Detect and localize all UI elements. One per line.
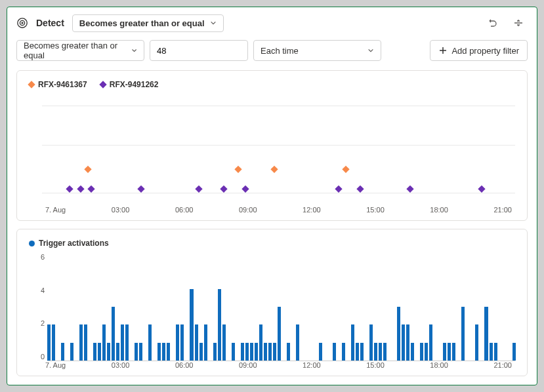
add-property-filter-button[interactable]: Add property filter [430,40,528,61]
bar [360,343,364,361]
bar [319,343,322,361]
bar [98,343,101,361]
bar [369,324,373,361]
x-tick: 7. Aug [45,206,66,214]
panel-title: Detect [36,18,64,28]
x-tick: 09:00 [239,361,257,369]
undo-button[interactable] [483,14,501,32]
bar [475,324,478,361]
x-tick: 7. Aug [45,361,66,369]
scatter-plot [42,94,515,206]
bar [61,343,64,361]
bar [167,343,170,361]
bar [250,343,253,361]
bar [429,324,432,361]
bar [125,324,129,361]
bar [107,343,110,361]
bar [112,307,115,361]
frequency-select[interactable]: Each time [253,40,381,61]
bar [190,289,193,361]
x-tick: 12:00 [303,361,321,369]
bar [162,343,165,361]
bar [245,343,249,361]
bar [52,324,55,361]
bar [383,343,387,361]
bar [121,324,124,361]
bar [116,343,119,361]
header-condition-label: Becomes greater than or equal [79,18,205,28]
bar [411,343,414,361]
bar [218,289,221,361]
bar [333,343,336,361]
bar [47,324,51,361]
bar [420,343,423,361]
chevron-down-icon [210,20,217,26]
x-tick: 21:00 [493,206,512,214]
bar [448,343,451,361]
y-tick: 4 [31,286,45,294]
bar [296,324,299,361]
x-tick: 15:00 [366,206,385,214]
condition-select[interactable]: Becomes greater than or equal [16,40,144,61]
bar [79,324,83,361]
data-point [138,186,145,193]
condition-value: Becomes greater than or equal [24,41,131,60]
bar [484,307,488,361]
bars-x-axis: 7. Aug03:0006:0009:0012:0015:0018:0021:0… [42,361,515,369]
data-point [406,186,413,193]
add-button-label: Add property filter [451,46,519,56]
diamond-icon [99,81,106,88]
bars-legend: Trigger activations [29,239,515,248]
legend-item: RFX-9491262 [100,80,159,89]
data-point [335,186,342,193]
frequency-value: Each time [261,46,299,56]
threshold-input-wrap [150,40,248,61]
header: Detect Becomes greater than or equal [16,14,528,32]
x-tick: 21:00 [493,361,512,369]
chevron-down-icon [131,47,137,54]
svg-point-2 [22,22,23,24]
bar [102,324,106,361]
bar [259,324,262,361]
data-point [87,186,94,193]
data-point [234,165,241,172]
x-tick: 03:00 [112,206,130,214]
split-button[interactable] [509,14,528,32]
data-point [220,186,227,193]
x-tick: 18:00 [430,206,448,214]
data-point [66,186,73,193]
bar [342,343,345,361]
bar [222,324,226,361]
header-condition-select[interactable]: Becomes greater than or equal [72,14,224,32]
y-tick: 0 [31,353,45,361]
data-point [270,165,278,172]
data-point [84,165,91,172]
x-tick: 03:00 [112,361,130,369]
y-tick: 2 [31,319,45,327]
bar [452,343,455,361]
x-tick: 12:00 [303,206,321,214]
bar [255,343,258,361]
bar [213,343,217,361]
bar [93,343,96,361]
legend-item: Trigger activations [29,239,109,248]
bar [425,343,428,361]
bar [494,343,497,361]
bar [84,324,87,361]
bar [176,324,179,361]
bar [139,343,142,361]
bar [157,343,161,361]
circle-icon [29,241,35,246]
bar [356,343,359,361]
bar [70,343,73,361]
diamond-icon [28,81,35,88]
y-tick: 6 [31,253,45,261]
legend-label: RFX-9491262 [110,80,159,89]
x-tick: 06:00 [175,361,194,369]
threshold-input[interactable] [157,46,241,56]
bar [135,343,138,361]
bar [232,343,235,361]
bar [397,307,400,361]
x-tick: 09:00 [239,206,257,214]
bar [204,324,207,361]
